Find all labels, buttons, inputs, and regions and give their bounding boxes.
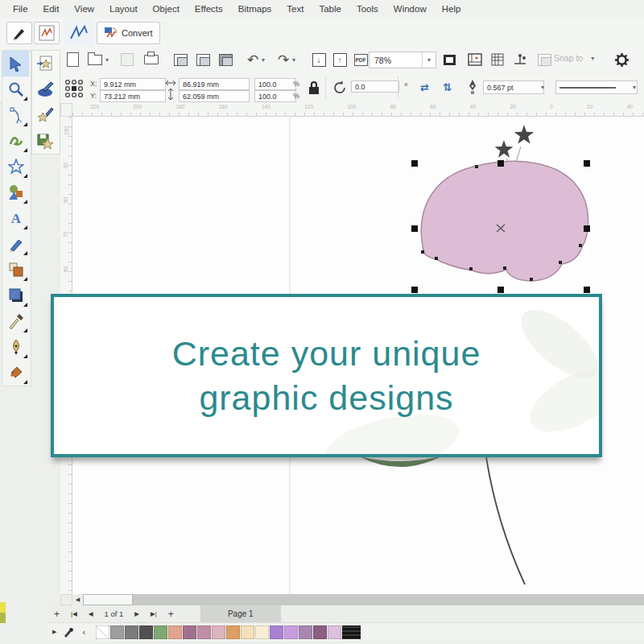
color-swatch[interactable]	[255, 625, 269, 639]
rectangle-tool[interactable]	[2, 283, 29, 308]
menu-object[interactable]: Object	[153, 4, 180, 14]
palette-expand-button[interactable]: ▶	[52, 629, 56, 635]
add-page-button[interactable]: +	[54, 609, 60, 620]
menu-table[interactable]: Table	[319, 4, 341, 14]
open-button[interactable]	[85, 50, 105, 69]
horizontal-scrollbar[interactable]: ◀	[72, 594, 644, 605]
rotation-angle-field[interactable]: 0.0	[351, 80, 399, 93]
color-swatch[interactable]	[154, 625, 167, 639]
export-button[interactable]: ↑	[330, 50, 349, 69]
color-swatch[interactable]	[284, 625, 298, 639]
copy-button[interactable]	[193, 50, 213, 69]
color-swatch[interactable]	[183, 625, 196, 639]
black-swatch-stack[interactable]	[342, 625, 361, 639]
show-rulers-button[interactable]	[465, 50, 485, 69]
options-button[interactable]	[612, 50, 631, 69]
transparency-tool[interactable]	[2, 257, 29, 283]
menu-effects[interactable]: Effects	[195, 4, 223, 14]
undo-dropdown[interactable]: ▾	[259, 50, 267, 69]
menu-window[interactable]: Window	[394, 4, 427, 14]
scale-h-field[interactable]: 100.0	[254, 78, 296, 90]
first-page-button[interactable]: |◀	[71, 610, 77, 617]
freehand-tool[interactable]	[2, 128, 29, 154]
x-position-field[interactable]: 9.912 mm	[100, 78, 166, 90]
outline-width-field[interactable]: 0.567 pt	[483, 80, 544, 94]
color-swatch[interactable]	[299, 625, 312, 639]
new-document-button[interactable]	[63, 50, 82, 69]
menu-help[interactable]: Help	[442, 4, 461, 14]
no-color-swatch[interactable]	[96, 625, 109, 639]
color-swatch[interactable]	[241, 625, 254, 639]
last-page-button[interactable]: ▶|	[151, 610, 157, 617]
horizontal-ruler[interactable]: 220200180 160140120 1008060 40200 2040	[72, 103, 644, 117]
smear-tool[interactable]	[32, 76, 58, 102]
pen-nib-tool[interactable]	[2, 334, 29, 360]
mirror-horizontal-button[interactable]: ⇄	[420, 81, 429, 93]
palette-scroll-left[interactable]: ‹	[82, 627, 85, 637]
insert-object-tool[interactable]	[32, 51, 58, 76]
menu-bitmaps[interactable]: Bitmaps	[238, 4, 272, 14]
color-swatch[interactable]	[328, 625, 341, 639]
line-style-combo[interactable]	[555, 80, 638, 94]
livesketch-button[interactable]	[64, 20, 93, 46]
color-swatch[interactable]	[197, 625, 211, 639]
cut-button[interactable]	[171, 50, 190, 69]
star-large[interactable]	[514, 125, 535, 144]
color-swatch[interactable]	[139, 625, 153, 639]
redo-dropdown[interactable]: ▾	[290, 50, 298, 69]
star-draw-tool[interactable]	[32, 102, 58, 128]
basic-shapes-tool[interactable]	[2, 180, 29, 205]
zoom-tool[interactable]	[2, 76, 29, 102]
ruler-origin-corner[interactable]	[60, 103, 72, 117]
lock-ratio-icon[interactable]	[308, 80, 320, 96]
object-width-field[interactable]: 86.919 mm	[179, 78, 250, 90]
color-swatch[interactable]	[313, 625, 327, 639]
fill-tool[interactable]	[2, 360, 29, 386]
flower-stem[interactable]	[486, 457, 525, 584]
flower-shape[interactable]	[421, 161, 588, 281]
menu-text[interactable]: Text	[287, 4, 303, 14]
snap-settings-button[interactable]	[510, 50, 530, 69]
leaf-shape[interactable]	[359, 456, 441, 467]
pencil-tool[interactable]	[2, 231, 29, 257]
pick-tool[interactable]	[2, 51, 29, 76]
color-swatch[interactable]	[168, 625, 182, 639]
sketch-frame-button[interactable]	[34, 22, 60, 44]
prev-page-button[interactable]: ◀	[89, 610, 93, 617]
menu-layout[interactable]: Layout	[109, 4, 138, 14]
menu-tools[interactable]: Tools	[357, 4, 378, 14]
publish-pdf-button[interactable]: PDF	[351, 50, 370, 69]
zoom-level-combo[interactable]: 78% ▾	[369, 52, 436, 68]
color-swatch[interactable]	[270, 625, 283, 639]
text-tool[interactable]: A	[2, 205, 29, 231]
color-eyedropper-icon[interactable]	[64, 626, 75, 638]
menu-view[interactable]: View	[74, 4, 94, 14]
color-swatch[interactable]	[110, 625, 124, 639]
menu-file[interactable]: File	[13, 4, 28, 14]
open-dropdown[interactable]: ▾	[103, 50, 111, 69]
scrollbar-thumb[interactable]	[83, 594, 133, 605]
show-grid-button[interactable]	[488, 50, 507, 69]
menu-edit[interactable]: Edit	[43, 4, 60, 14]
color-swatch[interactable]	[125, 625, 138, 639]
object-height-field[interactable]: 62.059 mm	[179, 90, 250, 102]
page-1-tab[interactable]: Page 1	[200, 605, 281, 622]
scroll-left-arrow[interactable]: ◀	[72, 594, 83, 605]
line-style-dropdown[interactable]: ▾	[633, 84, 636, 91]
eyedropper-tool[interactable]	[2, 308, 29, 334]
zoom-dropdown[interactable]: ▾	[422, 52, 436, 68]
import-button[interactable]: ↓	[309, 50, 328, 69]
scale-v-field[interactable]: 100.0	[254, 90, 296, 102]
paste-button[interactable]	[216, 50, 235, 69]
add-page-button-2[interactable]: +	[168, 609, 174, 620]
mirror-vertical-button[interactable]: ⇅	[443, 81, 452, 93]
fullscreen-preview-button[interactable]	[440, 50, 459, 69]
outline-width-dropdown[interactable]: ▾	[541, 84, 544, 91]
color-swatch[interactable]	[226, 625, 240, 639]
save-style-tool[interactable]	[32, 128, 58, 154]
y-position-field[interactable]: 73.212 mm	[100, 90, 166, 102]
star-small[interactable]	[495, 140, 514, 158]
color-swatch[interactable]	[212, 625, 225, 639]
brush-tool-button[interactable]	[6, 22, 32, 44]
polygon-tool[interactable]	[2, 154, 29, 180]
